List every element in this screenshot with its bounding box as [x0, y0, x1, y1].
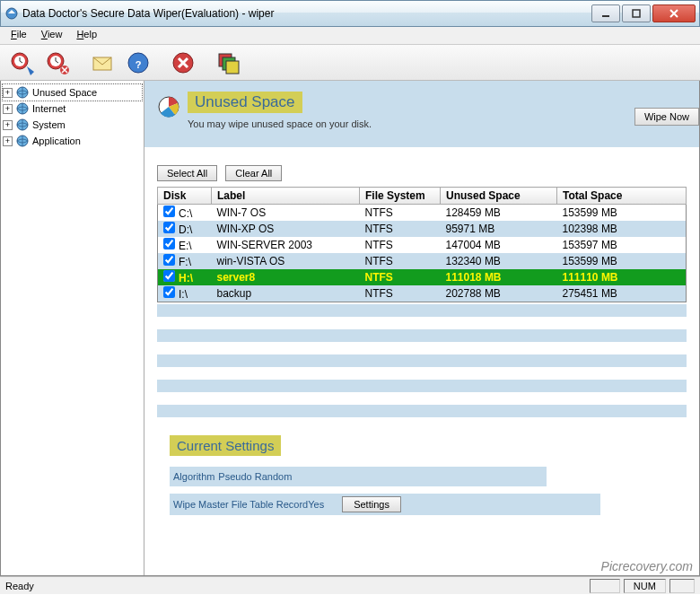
table-row[interactable]: E:\WIN-SERVER 2003NTFS147004 MB153597 MB: [158, 237, 687, 253]
col-label[interactable]: Label: [212, 188, 360, 205]
empty-row: [157, 354, 687, 367]
tree-item-label: Internet: [32, 103, 66, 114]
page-header: Unused Space You may wipe unused space o…: [144, 81, 699, 147]
toolbar-clock-remove[interactable]: [41, 48, 74, 78]
row-checkbox[interactable]: [163, 270, 175, 282]
titlebar: Data Doctor's Secure Data Wiper(Evaluati…: [0, 0, 700, 27]
clear-all-button[interactable]: Clear All: [225, 165, 282, 181]
tree-item-label: Application: [32, 136, 81, 146]
expand-icon[interactable]: +: [3, 136, 13, 146]
empty-row: [157, 329, 687, 342]
col-fs[interactable]: File System: [360, 188, 441, 205]
table-row[interactable]: H:\server8NTFS111018 MB111110 MB: [158, 269, 687, 285]
tree-item-unused-space[interactable]: +Unused Space: [3, 84, 142, 101]
wipe-now-button[interactable]: Wipe Now: [634, 108, 699, 126]
mft-label: Wipe Master File Table Record: [173, 499, 308, 510]
globe-icon: [15, 85, 30, 100]
table-row[interactable]: C:\WIN-7 OSNTFS128459 MB153599 MB: [158, 205, 687, 222]
settings-button[interactable]: Settings: [342, 496, 401, 512]
statusbar: Ready NUM: [0, 576, 700, 594]
maximize-button[interactable]: [622, 4, 651, 22]
table-row[interactable]: D:\WIN-XP OSNTFS95971 MB102398 MB: [158, 221, 687, 237]
window-title: Data Doctor's Secure Data Wiper(Evaluati…: [22, 7, 591, 20]
app-icon: [4, 6, 19, 21]
settings-title: Current Settings: [170, 435, 281, 456]
select-all-button[interactable]: Select All: [157, 165, 217, 181]
toolbar-mail[interactable]: [86, 48, 118, 78]
status-ready: Ready: [5, 581, 586, 591]
empty-row: [157, 304, 687, 317]
empty-row: [157, 392, 687, 405]
toolbar-cascade[interactable]: [212, 48, 244, 78]
mft-value: Yes: [308, 499, 324, 510]
row-checkbox[interactable]: [163, 286, 175, 298]
menu-file[interactable]: File: [4, 27, 34, 44]
tree-item-label: Unused Space: [32, 87, 97, 98]
settings-mft-row: Wipe Master File Table Record Yes Settin…: [170, 494, 600, 515]
svg-rect-2: [633, 10, 640, 17]
globe-icon: [15, 118, 30, 132]
empty-row: [157, 380, 687, 392]
svg-rect-14: [226, 61, 239, 74]
globe-icon: [15, 134, 30, 148]
tree-item-application[interactable]: +Application: [3, 133, 142, 149]
tree-item-system[interactable]: +System: [3, 117, 142, 133]
toolbar: ?: [0, 45, 700, 81]
col-total[interactable]: Total Space: [557, 188, 687, 205]
toolbar-stop[interactable]: [167, 48, 199, 78]
expand-icon[interactable]: +: [3, 104, 13, 114]
algo-value: Pseudo Random: [218, 471, 292, 482]
minimize-button[interactable]: [591, 4, 620, 22]
tree-item-internet[interactable]: +Internet: [3, 101, 142, 117]
empty-row: [157, 342, 687, 354]
settings-algo-row: Algorithm Pseudo Random: [170, 467, 547, 486]
globe-icon: [15, 101, 30, 116]
main-panel: Unused Space You may wipe unused space o…: [144, 81, 699, 575]
page-title: Unused Space: [188, 92, 302, 113]
menu-view[interactable]: View: [34, 27, 70, 44]
watermark: Picrecovery.com: [601, 559, 693, 573]
close-button[interactable]: [652, 4, 696, 22]
status-box-1: [590, 579, 620, 593]
col-unused[interactable]: Unused Space: [441, 188, 557, 205]
col-disk[interactable]: Disk: [158, 188, 212, 205]
empty-row: [157, 317, 687, 329]
algo-label: Algorithm: [173, 471, 214, 482]
tree-item-label: System: [32, 119, 66, 130]
expand-icon[interactable]: +: [3, 120, 13, 130]
disk-icon: [157, 95, 180, 118]
toolbar-help[interactable]: ?: [122, 48, 154, 78]
empty-row: [157, 367, 687, 380]
svg-rect-1: [602, 15, 609, 17]
page-subtitle: You may wipe unused space on your disk.: [188, 118, 372, 129]
row-checkbox[interactable]: [163, 238, 175, 249]
table-row[interactable]: F:\win-VISTA OSNTFS132340 MB153599 MB: [158, 253, 687, 269]
svg-text:?: ?: [136, 59, 142, 70]
row-checkbox[interactable]: [163, 206, 175, 217]
toolbar-clock-add[interactable]: [5, 48, 38, 78]
tree-panel: +Unused Space+Internet+System+Applicatio…: [1, 81, 144, 575]
settings-section: Current Settings Algorithm Pseudo Random…: [144, 417, 699, 515]
row-checkbox[interactable]: [163, 222, 175, 233]
table-row[interactable]: I:\backupNTFS202788 MB275451 MB: [158, 285, 687, 302]
disk-table: Disk Label File System Unused Space Tota…: [157, 187, 687, 302]
row-checkbox[interactable]: [163, 254, 175, 266]
expand-icon[interactable]: +: [3, 88, 13, 98]
menu-help[interactable]: Help: [69, 27, 104, 44]
empty-row: [157, 405, 687, 417]
menubar: File View Help: [0, 27, 700, 45]
status-num: NUM: [624, 579, 666, 593]
status-box-3: [669, 579, 695, 593]
